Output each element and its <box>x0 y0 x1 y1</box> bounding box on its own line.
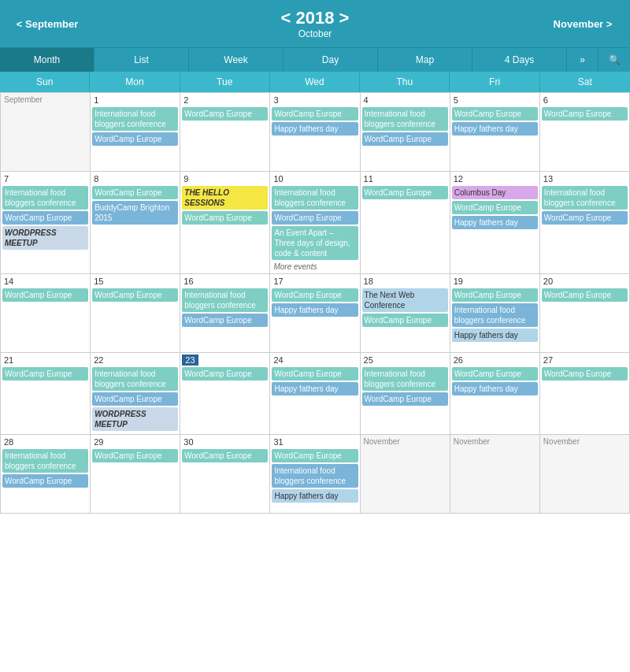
calendar-cell[interactable]: November <box>361 435 450 514</box>
calendar-event[interactable]: WordCamp Europe <box>2 211 88 225</box>
calendar-event[interactable]: Columbus Day <box>452 186 538 199</box>
calendar-cell[interactable]: 6WordCamp Europe <box>540 93 630 172</box>
calendar-event[interactable]: Happy fathers day <box>272 122 358 136</box>
more-events-link[interactable]: More events <box>272 262 358 272</box>
calendar-cell[interactable]: 20WordCamp Europe <box>540 274 630 353</box>
calendar-event[interactable]: WORDPRESS MEETUP <box>2 226 88 250</box>
calendar-event[interactable]: WordCamp Europe <box>182 314 268 327</box>
calendar-cell[interactable]: 31WordCamp EuropeInternational food blog… <box>270 435 360 514</box>
tab-month[interactable]: Month <box>0 48 94 72</box>
calendar-event[interactable]: Happy fathers day <box>272 382 358 395</box>
calendar-cell[interactable]: 19WordCamp EuropeInternational food blog… <box>450 274 540 353</box>
calendar-cell[interactable]: 23WordCamp Europe <box>180 353 270 435</box>
calendar-event[interactable]: Happy fathers day <box>452 329 538 342</box>
calendar-cell[interactable]: September <box>1 93 91 172</box>
calendar-event[interactable]: Happy fathers day <box>272 303 358 317</box>
calendar-event[interactable]: International food bloggers conference <box>362 367 448 391</box>
calendar-event[interactable]: WordCamp Europe <box>542 288 628 302</box>
calendar-event[interactable]: International food bloggers conference <box>452 303 538 327</box>
calendar-cell[interactable]: 14WordCamp Europe <box>1 274 91 353</box>
calendar-event[interactable]: WordCamp Europe <box>362 392 448 406</box>
calendar-cell[interactable]: 30WordCamp Europe <box>180 435 270 514</box>
calendar-event[interactable]: WordCamp Europe <box>2 474 88 488</box>
calendar-event[interactable]: Happy fathers day <box>452 216 538 229</box>
calendar-cell[interactable]: 5WordCamp EuropeHappy fathers day <box>450 93 540 172</box>
calendar-event[interactable]: WordCamp Europe <box>182 107 268 121</box>
calendar-event[interactable]: WordCamp Europe <box>2 288 88 302</box>
calendar-event[interactable]: International food bloggers conference <box>2 186 88 210</box>
more-views-button[interactable]: » <box>567 48 598 72</box>
calendar-event[interactable]: WordCamp Europe <box>272 449 358 462</box>
calendar-cell[interactable]: 7International food bloggers conferenceW… <box>1 172 91 274</box>
calendar-cell[interactable]: November <box>450 435 540 514</box>
calendar-cell[interactable]: 1International food bloggers conferenceW… <box>91 93 180 172</box>
calendar-event[interactable]: BuddyCamp Brighton 2015 <box>92 201 178 225</box>
calendar-event[interactable]: WordCamp Europe <box>92 288 178 302</box>
calendar-event[interactable]: International food bloggers conference <box>272 186 358 210</box>
tab-week[interactable]: Week <box>189 48 284 72</box>
search-button[interactable]: 🔍 <box>598 48 630 72</box>
calendar-cell[interactable]: 16International food bloggers conference… <box>180 274 270 353</box>
calendar-event[interactable]: WordCamp Europe <box>92 186 178 199</box>
calendar-cell[interactable]: 8WordCamp EuropeBuddyCamp Brighton 2015 <box>91 172 180 274</box>
calendar-cell[interactable]: 10International food bloggers conference… <box>270 172 360 274</box>
calendar-event[interactable]: An Event Apart – Three days of design, c… <box>272 226 358 260</box>
calendar-event[interactable]: Happy fathers day <box>452 122 538 136</box>
calendar-cell[interactable]: 29WordCamp Europe <box>91 435 180 514</box>
calendar-event[interactable]: WordCamp Europe <box>182 211 268 225</box>
calendar-event[interactable]: THE HELLO SESSIONS <box>182 186 268 210</box>
tab-map[interactable]: Map <box>378 48 472 72</box>
calendar-event[interactable]: WordCamp Europe <box>452 201 538 214</box>
calendar-cell[interactable]: 11WordCamp Europe <box>361 172 450 274</box>
calendar-event[interactable]: International food bloggers conference <box>362 107 448 131</box>
calendar-cell[interactable]: 13International food bloggers conference… <box>540 172 630 274</box>
calendar-cell[interactable]: 4International food bloggers conferenceW… <box>361 93 450 172</box>
calendar-cell[interactable]: 15WordCamp Europe <box>91 274 180 353</box>
calendar-event[interactable]: WordCamp Europe <box>272 367 358 381</box>
calendar-event[interactable]: WordCamp Europe <box>362 132 448 146</box>
calendar-cell[interactable]: 2WordCamp Europe <box>180 93 270 172</box>
calendar-event[interactable]: WordCamp Europe <box>272 288 358 302</box>
calendar-event[interactable]: WORDPRESS MEETUP <box>92 407 178 431</box>
calendar-event[interactable]: WordCamp Europe <box>542 367 628 381</box>
calendar-cell[interactable]: 28International food bloggers conference… <box>1 435 91 514</box>
calendar-cell[interactable]: 24WordCamp EuropeHappy fathers day <box>270 353 360 435</box>
calendar-event[interactable]: WordCamp Europe <box>452 107 538 121</box>
calendar-cell[interactable]: 26WordCamp EuropeHappy fathers day <box>450 353 540 435</box>
prev-month-button[interactable]: < September <box>0 18 94 30</box>
calendar-event[interactable]: International food bloggers conference <box>272 464 358 488</box>
calendar-cell[interactable]: 17WordCamp EuropeHappy fathers day <box>270 274 360 353</box>
calendar-cell[interactable]: 3WordCamp EuropeHappy fathers day <box>270 93 360 172</box>
calendar-cell[interactable]: 18The Next Web ConferenceWordCamp Europe <box>361 274 450 353</box>
calendar-event[interactable]: International food bloggers conference <box>2 449 88 473</box>
calendar-event[interactable]: WordCamp Europe <box>362 186 448 199</box>
calendar-event[interactable]: WordCamp Europe <box>92 132 178 146</box>
calendar-cell[interactable]: 25International food bloggers conference… <box>361 353 450 435</box>
tab-list[interactable]: List <box>94 48 189 72</box>
tab-4days[interactable]: 4 Days <box>472 48 567 72</box>
calendar-event[interactable]: WordCamp Europe <box>272 211 358 225</box>
calendar-event[interactable]: WordCamp Europe <box>182 449 268 462</box>
calendar-event[interactable]: WordCamp Europe <box>452 367 538 381</box>
tab-day[interactable]: Day <box>284 48 378 72</box>
calendar-event[interactable]: The Next Web Conference <box>362 288 448 312</box>
calendar-event[interactable]: WordCamp Europe <box>2 367 88 381</box>
calendar-cell[interactable]: 22International food bloggers conference… <box>91 353 180 435</box>
calendar-cell[interactable]: 9THE HELLO SESSIONSWordCamp Europe <box>180 172 270 274</box>
calendar-event[interactable]: Happy fathers day <box>452 382 538 395</box>
calendar-event[interactable]: International food bloggers conference <box>542 186 628 210</box>
calendar-event[interactable]: WordCamp Europe <box>542 211 628 225</box>
calendar-cell[interactable]: November <box>540 435 630 514</box>
calendar-event[interactable]: WordCamp Europe <box>362 314 448 327</box>
calendar-cell[interactable]: 27WordCamp Europe <box>540 353 630 435</box>
calendar-event[interactable]: Happy fathers day <box>272 489 358 503</box>
next-month-button[interactable]: November > <box>536 18 630 30</box>
calendar-event[interactable]: WordCamp Europe <box>452 288 538 302</box>
calendar-event[interactable]: International food bloggers conference <box>92 107 178 131</box>
calendar-cell[interactable]: 21WordCamp Europe <box>1 353 91 435</box>
calendar-event[interactable]: WordCamp Europe <box>542 107 628 121</box>
calendar-cell[interactable]: 12Columbus DayWordCamp EuropeHappy fathe… <box>450 172 540 274</box>
calendar-event[interactable]: WordCamp Europe <box>92 392 178 406</box>
calendar-event[interactable]: International food bloggers conference <box>92 367 178 391</box>
calendar-event[interactable]: WordCamp Europe <box>182 367 268 381</box>
